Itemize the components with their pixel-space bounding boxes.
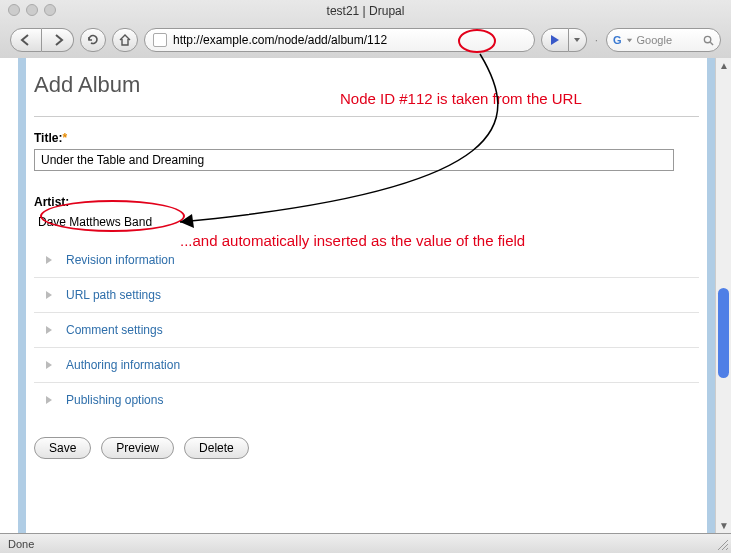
artist-value: Dave Matthews Band xyxy=(34,213,699,229)
home-button[interactable] xyxy=(112,28,138,52)
chevron-down-icon xyxy=(573,36,581,44)
page-title: Add Album xyxy=(34,58,699,108)
zoom-window-icon[interactable] xyxy=(44,4,56,16)
scroll-up-arrow-icon[interactable]: ▲ xyxy=(719,60,729,71)
fieldset-publishing[interactable]: Publishing options xyxy=(34,383,699,417)
window-controls[interactable] xyxy=(8,4,56,16)
reload-button[interactable] xyxy=(80,28,106,52)
title-label: Title:* xyxy=(34,131,699,145)
theme-border-right xyxy=(707,58,715,533)
fieldset-url-path[interactable]: URL path settings xyxy=(34,278,699,313)
fieldset-list: Revision information URL path settings C… xyxy=(34,243,699,417)
button-row: Save Preview Delete xyxy=(34,437,699,459)
toolbar: http://example.com/node/add/album/112 · … xyxy=(0,22,731,58)
reload-icon xyxy=(86,33,100,47)
home-icon xyxy=(118,33,132,47)
triangle-right-icon xyxy=(44,325,54,335)
theme-border-left xyxy=(18,58,26,533)
forward-button[interactable] xyxy=(42,28,74,52)
page-viewport: Add Album Title:* Artist: Dave Matthews … xyxy=(0,58,715,533)
fieldset-label: Publishing options xyxy=(66,393,163,407)
fieldset-label: Comment settings xyxy=(66,323,163,337)
fieldset-comment[interactable]: Comment settings xyxy=(34,313,699,348)
window-title: test21 | Drupal xyxy=(327,4,405,18)
window-titlebar: test21 | Drupal xyxy=(0,0,731,22)
toolbar-separator-icon: · xyxy=(595,33,598,47)
content-area: Add Album Title:* Artist: Dave Matthews … xyxy=(34,58,699,459)
triangle-right-icon xyxy=(44,255,54,265)
fieldset-authoring[interactable]: Authoring information xyxy=(34,348,699,383)
page-icon xyxy=(153,33,167,47)
svg-line-4 xyxy=(726,548,728,550)
minimize-window-icon[interactable] xyxy=(26,4,38,16)
search-placeholder: Google xyxy=(637,34,672,46)
title-input[interactable] xyxy=(34,149,674,171)
save-button[interactable]: Save xyxy=(34,437,91,459)
triangle-right-icon xyxy=(44,360,54,370)
preview-button[interactable]: Preview xyxy=(101,437,174,459)
resize-grip-icon[interactable] xyxy=(715,537,729,551)
search-field[interactable]: G Google xyxy=(606,28,721,52)
status-bar: Done xyxy=(0,533,731,553)
go-button[interactable] xyxy=(541,28,569,52)
nav-back-forward xyxy=(10,28,74,52)
required-marker-icon: * xyxy=(62,131,67,145)
delete-button[interactable]: Delete xyxy=(184,437,249,459)
forward-arrow-icon xyxy=(51,33,65,47)
scroll-down-arrow-icon[interactable]: ▼ xyxy=(719,520,729,531)
go-button-group xyxy=(541,28,587,52)
scroll-thumb[interactable] xyxy=(718,288,729,378)
vertical-scrollbar[interactable]: ▲ ▼ xyxy=(715,58,731,533)
url-field[interactable]: http://example.com/node/add/album/112 xyxy=(144,28,535,52)
play-icon xyxy=(550,35,560,45)
status-text: Done xyxy=(8,538,34,550)
browser-chrome: test21 | Drupal http://example.com/node/… xyxy=(0,0,731,59)
svg-point-0 xyxy=(704,36,710,42)
fieldset-label: Authoring information xyxy=(66,358,180,372)
search-icon xyxy=(703,35,714,46)
close-window-icon[interactable] xyxy=(8,4,20,16)
fieldset-revision[interactable]: Revision information xyxy=(34,243,699,278)
back-arrow-icon xyxy=(19,33,33,47)
artist-label: Artist: xyxy=(34,195,699,209)
fieldset-label: URL path settings xyxy=(66,288,161,302)
chevron-down-icon xyxy=(626,37,633,44)
fieldset-label: Revision information xyxy=(66,253,175,267)
triangle-right-icon xyxy=(44,290,54,300)
google-icon: G xyxy=(613,34,622,46)
svg-line-1 xyxy=(710,42,713,45)
divider xyxy=(34,116,699,117)
triangle-right-icon xyxy=(44,395,54,405)
back-button[interactable] xyxy=(10,28,42,52)
go-dropdown[interactable] xyxy=(569,28,587,52)
url-text: http://example.com/node/add/album/112 xyxy=(173,33,387,47)
